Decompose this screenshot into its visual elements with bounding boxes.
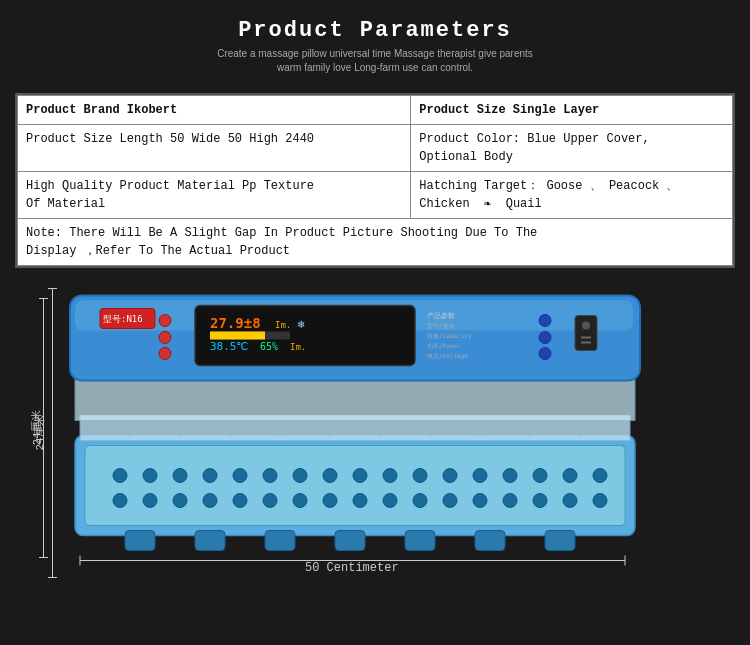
height-measurement-group: 24厘米: [33, 298, 53, 558]
svg-point-33: [533, 494, 547, 508]
svg-text:❄: ❄: [297, 319, 305, 330]
svg-rect-41: [475, 531, 505, 551]
svg-point-22: [203, 494, 217, 508]
svg-text:型号:N16: 型号:N16: [103, 314, 143, 324]
svg-point-26: [323, 494, 337, 508]
svg-point-5: [203, 469, 217, 483]
table-row: Product Size Length 50 Wide 50 High 2440…: [18, 125, 733, 172]
svg-text:50 Centimeter: 50 Centimeter: [305, 561, 399, 574]
svg-rect-42: [545, 531, 575, 551]
svg-point-31: [473, 494, 487, 508]
svg-point-6: [233, 469, 247, 483]
subtitle: Create a massage pillow universal time M…: [217, 47, 533, 75]
svg-point-20: [143, 494, 157, 508]
svg-point-79: [582, 322, 590, 330]
material-cell: High Quality Product Material Pp Texture…: [18, 172, 411, 219]
page-wrapper: Product Parameters Create a massage pill…: [0, 0, 750, 645]
svg-point-21: [173, 494, 187, 508]
svg-text:Im.: Im.: [290, 342, 306, 352]
note-cell: Note: There Will Be A Slight Gap In Prod…: [18, 219, 733, 266]
svg-rect-36: [125, 531, 155, 551]
svg-point-29: [413, 494, 427, 508]
brand-cell: Product Brand Ikobert: [18, 96, 411, 125]
params-table-section: Product Brand Ikobert Product Size Singl…: [15, 93, 735, 268]
svg-point-74: [159, 348, 171, 360]
svg-point-77: [539, 348, 551, 360]
dimensions-cell: Product Size Length 50 Wide 50 High 2440: [18, 125, 411, 172]
svg-rect-37: [195, 531, 225, 551]
size-single-cell: Product Size Single Layer: [411, 96, 733, 125]
svg-point-3: [143, 469, 157, 483]
svg-point-10: [353, 469, 367, 483]
svg-point-15: [503, 469, 517, 483]
svg-point-14: [473, 469, 487, 483]
svg-point-17: [563, 469, 577, 483]
color-cell: Product Color: Blue Upper Cover,Optional…: [411, 125, 733, 172]
svg-text:容量/Capacity: 容量/Capacity: [427, 332, 472, 340]
svg-point-12: [413, 469, 427, 483]
svg-text:型号/规格: 型号/规格: [427, 322, 455, 329]
hatching-cell: Hatching Target： Goose 、 Peacock 、Chicke…: [411, 172, 733, 219]
svg-text:27.9±8: 27.9±8: [210, 315, 261, 331]
svg-rect-55: [75, 376, 635, 421]
svg-rect-40: [405, 531, 435, 551]
svg-point-4: [173, 469, 187, 483]
svg-point-34: [563, 494, 577, 508]
svg-text:65%: 65%: [260, 341, 278, 352]
params-table: Product Brand Ikobert Product Size Singl…: [17, 95, 733, 266]
svg-point-19: [113, 494, 127, 508]
svg-point-9: [323, 469, 337, 483]
header-section: Product Parameters Create a massage pill…: [0, 0, 750, 83]
svg-point-73: [159, 332, 171, 344]
svg-point-25: [293, 494, 307, 508]
svg-text:38.5℃: 38.5℃: [210, 340, 249, 353]
svg-point-8: [293, 469, 307, 483]
svg-text:电压/Voltage: 电压/Voltage: [427, 352, 468, 360]
svg-rect-78: [575, 316, 597, 351]
svg-point-76: [539, 332, 551, 344]
svg-text:产品参数: 产品参数: [427, 312, 455, 320]
table-row: Product Brand Ikobert Product Size Singl…: [18, 96, 733, 125]
svg-point-72: [159, 315, 171, 327]
svg-point-23: [233, 494, 247, 508]
page-title: Product Parameters: [238, 18, 512, 43]
product-image-section: 24厘米: [15, 268, 735, 628]
svg-point-28: [383, 494, 397, 508]
height-label: 24厘米: [29, 410, 44, 445]
svg-rect-38: [265, 531, 295, 551]
svg-text:功率/Power: 功率/Power: [427, 342, 461, 349]
svg-point-16: [533, 469, 547, 483]
svg-point-75: [539, 315, 551, 327]
svg-point-2: [113, 469, 127, 483]
svg-point-13: [443, 469, 457, 483]
table-row: High Quality Product Material Pp Texture…: [18, 172, 733, 219]
table-row: Note: There Will Be A Slight Gap In Prod…: [18, 219, 733, 266]
svg-point-32: [503, 494, 517, 508]
incubator-image: 27.9±8 Im. 38.5℃ 65% Im. ❄ 产品参数 型号/规格 容量…: [65, 273, 645, 573]
svg-point-27: [353, 494, 367, 508]
svg-rect-1: [85, 446, 625, 526]
svg-text:Im.: Im.: [275, 320, 291, 330]
svg-point-7: [263, 469, 277, 483]
svg-rect-39: [335, 531, 365, 551]
svg-rect-62: [210, 332, 265, 340]
svg-point-30: [443, 494, 457, 508]
svg-point-35: [593, 494, 607, 508]
svg-point-18: [593, 469, 607, 483]
svg-point-24: [263, 494, 277, 508]
svg-point-11: [383, 469, 397, 483]
